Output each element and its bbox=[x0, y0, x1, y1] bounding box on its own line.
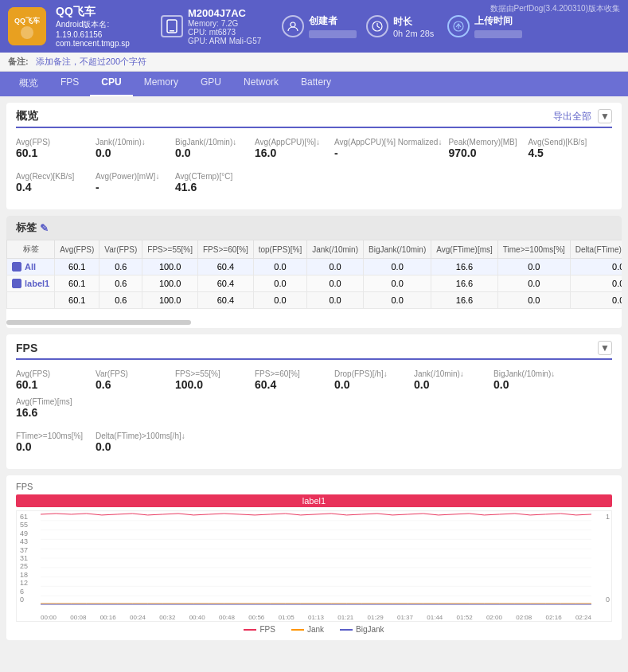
memory-label: Memory: bbox=[188, 19, 219, 28]
tag-checkbox-label1[interactable] bbox=[12, 279, 21, 288]
fps-stat-var-label: Var(FPS) bbox=[96, 369, 169, 378]
chart-container: 61554943373125181260 1 0 bbox=[16, 510, 612, 622]
creator-icon bbox=[282, 15, 304, 37]
fps-stat-55-value: 100.0 bbox=[175, 378, 248, 391]
fps-stat-deltaftime: Delta(FTime)>100ms[/h]↓ 0.0 bbox=[96, 428, 192, 456]
stat-avg-power-value: - bbox=[96, 181, 169, 193]
fps-stat-avgftime-value: 16.6 bbox=[16, 406, 89, 419]
fps-stat-avg-label: Avg(FPS) bbox=[16, 369, 89, 378]
stat-jank-label: Jank(/10min)↓ bbox=[96, 138, 169, 147]
note-link[interactable]: 添加备注，不超过200个字符 bbox=[36, 57, 146, 66]
collapse-fps-button[interactable]: ▼ bbox=[598, 341, 612, 355]
memory-value: 7.2G bbox=[221, 19, 239, 28]
th-avgfps: Avg(FPS) bbox=[55, 240, 99, 259]
tab-overview[interactable]: 概览 bbox=[8, 72, 49, 96]
legend-bigjank-label: BigJank bbox=[356, 625, 384, 634]
tag-name-all: All bbox=[7, 259, 55, 275]
svg-rect-4 bbox=[170, 30, 174, 32]
tags-title: 标签 bbox=[16, 221, 37, 235]
legend-bigjank-dot bbox=[340, 629, 353, 631]
stat-bigjank-value: 0.0 bbox=[175, 147, 248, 159]
legend-jank: Jank bbox=[291, 625, 324, 634]
time-label: 时长 bbox=[393, 15, 434, 29]
stat-avg-recv-value: 0.4 bbox=[16, 181, 89, 193]
fps-stat-var: Var(FPS) 0.6 bbox=[96, 366, 175, 394]
stat-appcpu-normalized-value: - bbox=[334, 147, 442, 159]
time-icon bbox=[366, 15, 388, 37]
device-icon bbox=[161, 15, 183, 37]
chart-legend: FPS Jank BigJank bbox=[16, 625, 612, 634]
stat-peak-memory-value: 970.0 bbox=[448, 147, 521, 159]
fps-stat-ftime100: FTime>=100ms[%] 0.0 bbox=[16, 428, 96, 456]
fps-stat-bigjank: BigJank(/10min)↓ 0.0 bbox=[493, 366, 573, 394]
th-topfps: top(FPS)[%] bbox=[253, 240, 306, 259]
stat-avg-ctemp-label: Avg(CTemp)[°C] bbox=[175, 172, 248, 181]
legend-bigjank: BigJank bbox=[340, 625, 384, 634]
creator-label: 创建者 bbox=[309, 14, 357, 28]
chart-inner bbox=[41, 511, 591, 605]
tags-title-bar: 标签 ✎ bbox=[6, 216, 622, 240]
fps-stat-bigjank-label: BigJank(/10min)↓ bbox=[493, 369, 567, 378]
tab-fps[interactable]: FPS bbox=[49, 72, 90, 96]
th-ftime100: Time>=100ms[%] bbox=[497, 240, 570, 259]
collapse-overview-button[interactable]: ▼ bbox=[598, 109, 612, 123]
chart-y-axis: 61554943373125181260 bbox=[17, 511, 41, 605]
overview-title: 概览 bbox=[16, 109, 38, 123]
fps-stat-drop-value: 0.0 bbox=[334, 378, 408, 391]
tag-checkbox-all[interactable] bbox=[12, 262, 21, 272]
tab-gpu[interactable]: GPU bbox=[189, 72, 232, 96]
tab-network[interactable]: Network bbox=[232, 72, 290, 96]
gpu-value: ARM Mali-G57 bbox=[209, 37, 262, 45]
legend-jank-label: Jank bbox=[307, 625, 324, 634]
stat-avg-ctemp-value: 41.6 bbox=[175, 181, 248, 193]
stat-avg-power-label: Avg(Power)[mW]↓ bbox=[96, 172, 169, 181]
android-version: 1.19.0.61156 bbox=[56, 30, 151, 39]
svg-text:QQ飞车: QQ飞车 bbox=[14, 16, 41, 25]
time-value: 0h 2m 28s bbox=[393, 29, 434, 38]
tab-battery[interactable]: Battery bbox=[290, 72, 342, 96]
fps-stat-deltaftime-value: 0.0 bbox=[96, 440, 185, 453]
stat-appcpu-label: Avg(AppCPU)[%]↓ bbox=[255, 138, 328, 147]
tab-cpu[interactable]: CPU bbox=[90, 72, 132, 96]
overview-section: 概览 导出全部 ▼ Avg(FPS) 60.1 Jank(/10min)↓ 0.… bbox=[6, 103, 622, 209]
stat-appcpu-normalized-label: Avg(AppCPU)[%] Normalized↓ bbox=[334, 138, 442, 147]
th-tag: 标签 bbox=[7, 240, 55, 259]
th-bigjank: BigJank(/10min) bbox=[363, 240, 431, 259]
stat-avg-send-value: 4.5 bbox=[528, 147, 601, 159]
fps-stat-avg-value: 60.1 bbox=[16, 378, 89, 391]
fps-stat-avg: Avg(FPS) 60.1 bbox=[16, 366, 96, 394]
tags-table-scrollbar[interactable] bbox=[6, 311, 622, 317]
device-id: M2004J7AC bbox=[188, 7, 261, 19]
tags-table-wrap: 标签 Avg(FPS) Var(FPS) FPS>=55[%] FPS>=60[… bbox=[6, 240, 622, 309]
stat-appcpu-normalized: Avg(AppCPU)[%] Normalized↓ - bbox=[334, 135, 448, 162]
android-label: Android版本名: bbox=[56, 19, 151, 30]
export-button[interactable]: 导出全部 bbox=[553, 110, 591, 123]
fps-stat-avgftime-label: Avg(FTime)[ms] bbox=[16, 397, 89, 406]
th-avgftime: Avg(FTime)[ms] bbox=[431, 240, 498, 259]
stat-bigjank-label: BigJank(/10min)↓ bbox=[175, 138, 248, 147]
creator-value bbox=[309, 30, 357, 38]
fps-stats-row1: Avg(FPS) 60.1 Var(FPS) 0.6 FPS>=55[%] 10… bbox=[16, 366, 612, 422]
svg-point-5 bbox=[291, 22, 295, 27]
tags-edit-icon[interactable]: ✎ bbox=[40, 222, 49, 234]
legend-fps: FPS bbox=[244, 625, 275, 634]
device-info: M2004J7AC Memory: 7.2G CPU: mt6873 GPU: … bbox=[188, 7, 261, 45]
fps-chart-area: FPS label1 61554943373125181260 1 0 bbox=[6, 475, 622, 640]
tab-memory[interactable]: Memory bbox=[133, 72, 189, 96]
stat-appcpu: Avg(AppCPU)[%]↓ 16.0 bbox=[255, 135, 334, 162]
stat-peak-memory-label: Peak(Memory)[MB] bbox=[448, 138, 521, 147]
fps-stat-60-value: 60.4 bbox=[255, 378, 328, 391]
table-row: All 60.1 0.6 100.0 60.4 0.0 0.0 0.0 16.6… bbox=[7, 259, 622, 275]
app-name: QQ飞车 bbox=[56, 5, 151, 19]
tags-section: 标签 ✎ 标签 Avg(FPS) Var(FPS) FPS>=55[%] FPS… bbox=[6, 216, 622, 328]
fps-stat-var-value: 0.6 bbox=[96, 378, 169, 391]
stat-avg-fps-label: Avg(FPS) bbox=[16, 138, 89, 147]
th-fps60: FPS>=60[%] bbox=[198, 240, 254, 259]
fps-stat-60: FPS>=60[%] 60.4 bbox=[255, 366, 334, 394]
fps-stat-drop-label: Drop(FPS)[/h]↓ bbox=[334, 369, 408, 378]
upload-label: 上传时间 bbox=[474, 14, 522, 28]
time-stat: 时长 0h 2m 28s bbox=[366, 15, 438, 38]
stat-bigjank: BigJank(/10min)↓ 0.0 bbox=[175, 135, 255, 162]
tag-name-label1: label1 bbox=[7, 275, 55, 292]
tags-table-header: 标签 Avg(FPS) Var(FPS) FPS>=55[%] FPS>=60[… bbox=[7, 240, 622, 259]
